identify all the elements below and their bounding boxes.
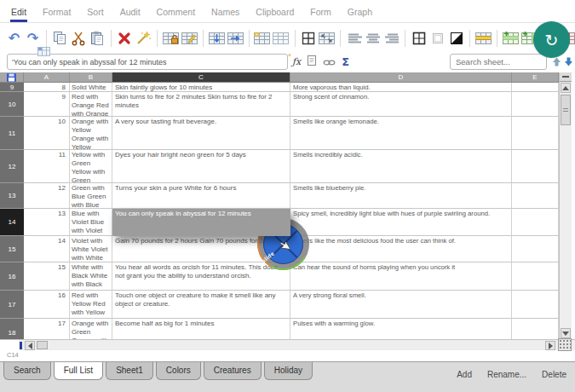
cell-A15[interactable]: 14	[24, 236, 70, 262]
cell-D15[interactable]: Smells like the most delicious food the …	[290, 236, 512, 262]
menu-edit[interactable]: Edit	[10, 1, 27, 22]
align-center-icon[interactable]	[365, 29, 381, 48]
clear-format-icon[interactable]	[135, 29, 152, 48]
row-header-15[interactable]: 15	[0, 236, 24, 262]
merge-cells-icon[interactable]	[300, 29, 316, 48]
row-header-17[interactable]: 17	[0, 291, 24, 319]
row-header-11[interactable]: 11	[0, 117, 24, 150]
tab-colors[interactable]: Colors	[156, 362, 201, 380]
insert-column-icon[interactable]	[227, 29, 244, 48]
cell-D13[interactable]: Smells like blueberry pie.	[290, 183, 512, 209]
cell-C9[interactable]: Skin faintly glows for 10 minutes	[112, 83, 290, 92]
cell-E9[interactable]	[512, 83, 559, 92]
table-grid-icon[interactable]	[273, 29, 289, 48]
scroll-down-button[interactable]	[561, 328, 571, 338]
copy-icon[interactable]	[52, 29, 68, 48]
delete-icon[interactable]	[117, 29, 133, 48]
cell-C11[interactable]: A very sour tasting fruit beverage.	[112, 117, 290, 150]
cell-A10[interactable]: 9	[24, 92, 70, 117]
cell-D10[interactable]: Strong scent of cinnamon.	[290, 92, 512, 117]
row-header-10[interactable]: 10	[0, 92, 24, 117]
cell-E10[interactable]	[512, 92, 559, 117]
cell-A17[interactable]: 16	[24, 291, 70, 319]
cell-B18[interactable]: Orange with Green Orange with Green	[70, 319, 112, 339]
cell-D18[interactable]: Pulses with a warming glow.	[290, 319, 512, 339]
cell-E17[interactable]	[512, 291, 559, 319]
scroll-left-button[interactable]	[25, 341, 35, 350]
cell-C17[interactable]: Touch one object or creature to make it …	[112, 291, 290, 319]
resize-grip[interactable]	[558, 338, 572, 351]
cell-B12[interactable]: Yellow with Green Yellow with Green	[70, 150, 112, 183]
cell-C18[interactable]: Become half as big for 1 minutes	[112, 319, 290, 339]
horizontal-scroll-thumb[interactable]	[37, 341, 48, 349]
cell-C10[interactable]: Skin turns to fire for 2 minutes Skin tu…	[112, 92, 290, 117]
cell-D16[interactable]: Can hear the sound of horns playing when…	[290, 262, 512, 291]
cell-A11[interactable]: 10	[24, 117, 70, 150]
cell-D12[interactable]: Smells incredibly acidic.	[290, 150, 512, 183]
add-row-icon[interactable]	[503, 29, 519, 48]
borders-icon[interactable]	[411, 29, 427, 48]
row-header-9[interactable]: 9	[0, 83, 24, 92]
cut-icon[interactable]	[71, 29, 87, 48]
cell-C13[interactable]: Turns your skin a pure White for 6 hours	[112, 183, 290, 209]
menu-names[interactable]: Names	[210, 1, 240, 22]
cell-C16[interactable]: You hear all words as orcish for 11 minu…	[112, 262, 290, 291]
cell-B13[interactable]: Green with Blue Green with Blue	[70, 183, 112, 209]
cell-A9[interactable]: 8	[24, 83, 70, 92]
delete-button[interactable]: Delete	[542, 370, 566, 379]
cell-D14[interactable]: Spicy smell, incredibly light blue with …	[290, 209, 512, 236]
tab-full-list[interactable]: Full List	[54, 362, 103, 380]
select-all-button[interactable]	[0, 72, 24, 83]
align-right-icon[interactable]	[383, 29, 400, 48]
column-header-e[interactable]: E	[512, 72, 559, 83]
unmerge-cells-icon[interactable]	[319, 29, 335, 48]
tab-search[interactable]: Search	[3, 362, 51, 380]
protect-cells-icon[interactable]	[163, 29, 179, 48]
split-handle[interactable]	[560, 72, 572, 82]
fill-none-icon[interactable]	[429, 29, 446, 48]
cell-A13[interactable]: 12	[24, 183, 70, 209]
cell-E14[interactable]	[512, 209, 559, 236]
cell-E12[interactable]	[512, 150, 559, 183]
scroll-right-button[interactable]	[545, 341, 555, 350]
cell-C12[interactable]: Dyes your hair bright neon green for 5 d…	[112, 150, 290, 183]
edit-cell-icon[interactable]	[181, 29, 198, 48]
menu-sort[interactable]: Sort	[86, 1, 104, 22]
insert-row-icon[interactable]	[209, 29, 225, 48]
vertical-scroll-thumb[interactable]	[561, 95, 571, 125]
tab-creatures[interactable]: Creatures	[204, 362, 262, 380]
highlight-row-icon[interactable]	[475, 29, 492, 48]
row-header-13[interactable]: 13	[0, 183, 24, 209]
format-table-icon[interactable]	[254, 29, 270, 48]
cell-E11[interactable]	[512, 117, 559, 150]
document-icon[interactable]	[307, 55, 317, 70]
search-input[interactable]	[450, 54, 547, 70]
cell-E18[interactable]	[512, 319, 559, 339]
undo-icon[interactable]: ↶	[6, 29, 22, 48]
row-header-12[interactable]: 12	[0, 150, 24, 183]
menu-audit[interactable]: Audit	[119, 1, 141, 22]
row-header-18[interactable]: 18	[0, 319, 24, 339]
sum-icon[interactable]: Σ	[342, 55, 349, 68]
column-header-b[interactable]: B	[70, 72, 112, 83]
cell-B11[interactable]: Orange with Yellow Orange with Yellow	[70, 117, 112, 150]
cell-D9[interactable]: More vaporous than liquid.	[290, 83, 512, 92]
menu-graph[interactable]: Graph	[347, 1, 373, 22]
cell-A12[interactable]: 11	[24, 150, 70, 183]
cell-B15[interactable]: Violet with White Violet with White	[70, 236, 112, 262]
function-icon[interactable]: *ƒx	[292, 56, 301, 67]
tab-sheet1[interactable]: Sheet1	[106, 362, 153, 380]
vertical-scrollbar[interactable]	[559, 72, 572, 339]
refresh-button[interactable]: ↻	[533, 21, 570, 58]
search-next-icon[interactable]	[563, 55, 574, 68]
column-header-c[interactable]: C	[112, 72, 290, 83]
cell-B9[interactable]: Solid White	[70, 83, 112, 92]
cell-D17[interactable]: A very strong floral smell.	[290, 291, 512, 319]
menu-comment[interactable]: Comment	[156, 1, 197, 22]
row-header-16[interactable]: 16	[0, 262, 24, 291]
cell-E16[interactable]	[512, 262, 559, 291]
link-icon[interactable]	[323, 55, 336, 70]
row-header-14[interactable]: 14	[0, 209, 24, 236]
align-left-icon[interactable]	[346, 29, 362, 48]
tab-holiday[interactable]: Holiday	[264, 362, 313, 380]
